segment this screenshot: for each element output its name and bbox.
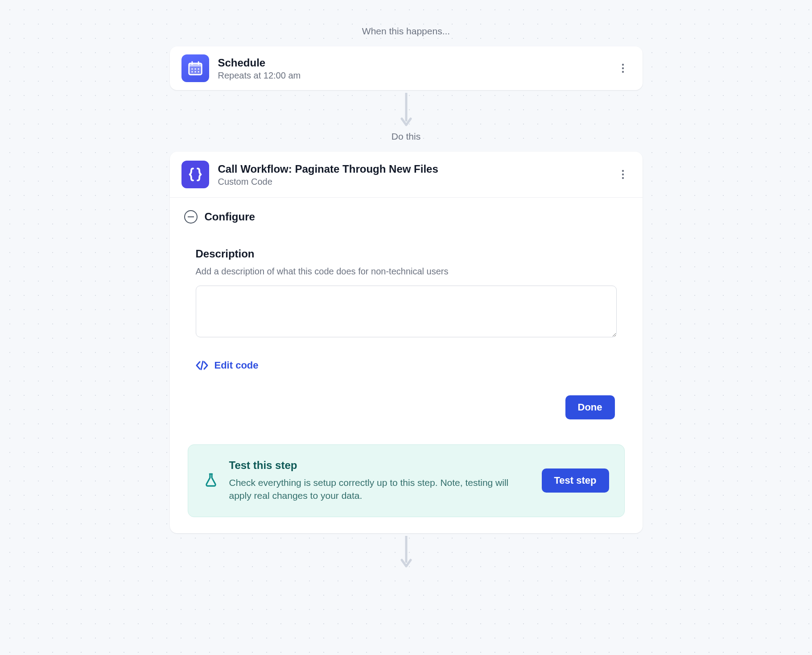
collapse-configure-button[interactable] (184, 210, 198, 224)
done-button[interactable]: Done (565, 395, 615, 419)
test-text: Test this step Check everything is setup… (229, 459, 531, 502)
connector-arrow (400, 90, 413, 131)
trigger-title: Schedule (218, 56, 606, 70)
flask-icon (203, 472, 218, 489)
svg-point-11 (622, 67, 623, 69)
action-section-label: Do this (392, 131, 420, 142)
description-field: Description Add a description of what th… (184, 248, 628, 419)
configure-body: Configure Description Add a description … (170, 197, 643, 533)
trigger-step-card[interactable]: Schedule Repeats at 12:00 am (170, 46, 643, 90)
test-description: Check everything is setup correctly up t… (229, 476, 531, 502)
minus-icon (188, 216, 194, 218)
trigger-title-block: Schedule Repeats at 12:00 am (218, 56, 606, 81)
svg-line-17 (201, 361, 203, 369)
test-step-button[interactable]: Test step (542, 468, 609, 493)
svg-point-4 (191, 68, 193, 70)
trigger-step-header: Schedule Repeats at 12:00 am (170, 46, 643, 90)
trigger-more-button[interactable] (615, 60, 631, 76)
test-panel: Test this step Check everything is setup… (188, 444, 625, 517)
svg-rect-1 (189, 63, 202, 66)
description-help: Add a description of what this code does… (196, 266, 617, 277)
action-step-card: Call Workflow: Paginate Through New File… (170, 152, 643, 533)
svg-point-7 (191, 71, 193, 72)
done-row: Done (196, 395, 617, 419)
svg-point-15 (622, 174, 623, 175)
svg-point-9 (198, 71, 199, 72)
svg-point-14 (622, 170, 623, 172)
action-step-header[interactable]: Call Workflow: Paginate Through New File… (170, 152, 643, 197)
more-vertical-icon (622, 170, 624, 179)
svg-point-5 (194, 68, 196, 70)
more-vertical-icon (622, 63, 624, 73)
edit-code-button[interactable]: Edit code (196, 360, 259, 371)
action-title: Call Workflow: Paginate Through New File… (218, 162, 606, 176)
svg-point-16 (622, 177, 623, 179)
trigger-section-label: When this happens... (362, 26, 450, 37)
action-more-button[interactable] (615, 166, 631, 182)
schedule-icon (181, 54, 209, 82)
svg-point-12 (622, 71, 623, 73)
test-title: Test this step (229, 459, 531, 472)
svg-point-8 (194, 71, 196, 72)
trigger-subtitle: Repeats at 12:00 am (218, 70, 606, 81)
workflow-canvas: When this happens... Schedule Repeats at… (170, 0, 643, 572)
description-input[interactable] (196, 286, 617, 337)
custom-code-icon (181, 161, 209, 188)
description-label: Description (196, 248, 617, 260)
action-subtitle: Custom Code (218, 177, 606, 187)
svg-point-6 (198, 68, 199, 70)
svg-point-10 (622, 64, 623, 66)
action-title-block: Call Workflow: Paginate Through New File… (218, 162, 606, 187)
connector-arrow-tail (400, 533, 413, 572)
edit-code-label: Edit code (214, 360, 259, 371)
configure-heading: Configure (205, 211, 255, 223)
code-icon (196, 361, 208, 370)
configure-header: Configure (184, 210, 628, 224)
